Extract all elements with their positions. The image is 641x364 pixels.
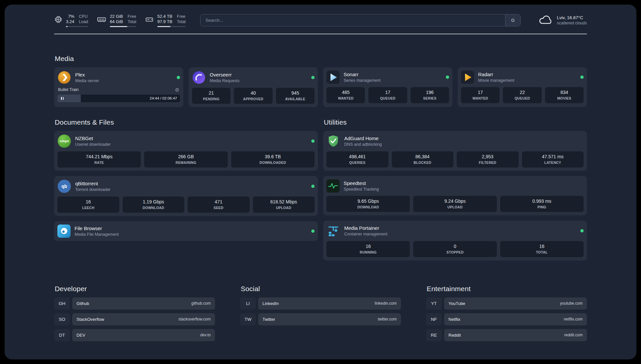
service-card-sonarr[interactable]: Sonarr Series management 485 WANTED 17 Q…: [323, 67, 452, 107]
service-name: qBittorrent: [75, 181, 110, 186]
service-description: Media Requests: [210, 78, 239, 83]
cpu-chip-icon: [54, 15, 63, 24]
weather-location-temp: Lviv, 16.87°C: [557, 15, 587, 20]
stat-label: UPLOAD: [254, 206, 314, 210]
stat-tile: 22 QUEUED: [503, 87, 541, 103]
service-card-speedtest[interactable]: Speedtest Speedtest Tracking 9.65 Gbps D…: [323, 176, 587, 215]
section-developer: Developer GH Github github.com SO StackO…: [54, 285, 215, 345]
bookmark-netflix[interactable]: NF Netflix netflix.com: [426, 313, 587, 325]
stat-label: QUEUED: [370, 96, 406, 100]
stat-value: 9.24 Gbps: [414, 198, 495, 204]
stat-label: PING: [502, 205, 582, 209]
bookmark-abbr: GH: [54, 297, 70, 310]
service-description: Movie management: [478, 78, 514, 83]
service-description: Speedtest Tracking: [344, 187, 379, 192]
bookmark-url: reddit.com: [564, 333, 583, 337]
service-name: File Browser: [75, 226, 119, 231]
stat-value: 39.6 TB: [232, 154, 313, 159]
stat-value: 498,461: [328, 154, 387, 159]
stat-label: SERIES: [412, 96, 448, 100]
stat-label: QUEUED: [504, 96, 540, 100]
stat-label: RUNNING: [328, 250, 409, 254]
cpu-load-label: Load: [79, 19, 88, 24]
stat-tile: 196 SERIES: [411, 87, 449, 103]
service-card-overseerr[interactable]: Overseerr Media Requests 21 PENDING 40 A…: [189, 67, 318, 107]
stat-tile: 618.52 Mbps UPLOAD: [253, 197, 315, 213]
stat-value: 485: [328, 90, 364, 95]
stat-label: BLOCKED: [393, 161, 452, 165]
service-card-plex[interactable]: Plex Media server Bullet Train ⚙: [54, 67, 183, 107]
stat-label: PENDING: [193, 97, 229, 101]
cpu-load: 3.24: [66, 19, 74, 24]
search-provider-button[interactable]: G: [505, 15, 520, 26]
stat-value: 21: [193, 90, 229, 96]
pause-button[interactable]: [57, 95, 67, 102]
bookmark-abbr: DT: [54, 329, 70, 341]
service-card-portainer[interactable]: Media Portainer Container management 16 …: [323, 221, 587, 260]
stat-tile: 16 TOTAL: [500, 241, 584, 257]
cpu-percent: 7%: [66, 14, 74, 19]
stat-label: REMAINING: [145, 161, 226, 165]
stat-label: DOWNLOAD: [124, 206, 183, 210]
service-card-adguard[interactable]: AdGuard Home DNS and adblocking 498,461 …: [323, 131, 587, 171]
memory-progress-bar: [110, 26, 136, 27]
bookmark-linkedin[interactable]: LI LinkedIn linkedin.com: [240, 297, 401, 310]
stat-value: 16: [328, 244, 409, 249]
bookmark-youtube[interactable]: YT YouTube youtube.com: [426, 297, 587, 310]
bookmark-name: StackOverflow: [76, 317, 104, 322]
bookmark-reddit[interactable]: RE Reddit reddit.com: [426, 329, 587, 341]
service-description: Media server: [75, 78, 99, 83]
cpu-label: CPU: [79, 14, 88, 19]
stat-tile: 47.571 ms LATENCY: [522, 151, 584, 167]
status-dot: [446, 76, 449, 79]
speedtest-pulse-icon: [326, 179, 340, 193]
service-description: Series management: [344, 78, 381, 83]
stat-value: 9.65 Gbps: [328, 198, 409, 204]
radarr-icon: [461, 71, 474, 84]
bookmark-name: Netflix: [448, 317, 460, 322]
stat-label: MOVIES: [546, 96, 582, 100]
sonarr-icon: [326, 71, 340, 84]
playback-progress-bar[interactable]: 24:44 / 02:06:47: [57, 95, 180, 102]
bookmark-stackoverflow[interactable]: SO StackOverflow stackoverflow.com: [54, 313, 215, 325]
disk-widget: 52.4 TB Free 97.9 TB Total: [145, 14, 186, 27]
bookmark-github[interactable]: GH Github github.com: [54, 297, 215, 310]
bookmark-url: linkedin.com: [375, 301, 397, 306]
stat-value: 471: [189, 199, 248, 204]
stat-value: 618.52 Mbps: [254, 199, 314, 204]
bookmark-abbr: NF: [426, 313, 442, 325]
service-card-radarr[interactable]: Radarr Movie management 17 WANTED 22 QUE…: [458, 67, 587, 107]
service-name: Radarr: [478, 72, 514, 77]
bookmark-abbr: TW: [240, 313, 256, 325]
entertainment-heading: Entertainment: [427, 285, 587, 293]
service-card-filebrowser[interactable]: File Browser Media File Management: [54, 221, 318, 241]
stat-value: 196: [412, 90, 448, 95]
stat-tile: 498,461 QUERIES: [326, 151, 388, 167]
bookmark-twitter[interactable]: TW Twitter twitter.com: [240, 313, 401, 325]
stat-tile: 471 SEED: [188, 197, 250, 213]
stat-value: 266 GB: [145, 154, 226, 159]
search-input[interactable]: [200, 15, 505, 26]
stat-value: 16: [502, 244, 582, 249]
bookmark-name: YouTube: [448, 301, 465, 306]
stat-value: 1.19 Gbps: [124, 199, 183, 204]
service-name: Overseerr: [210, 72, 239, 77]
section-social: Social LI LinkedIn linkedin.com TW Twitt…: [240, 285, 401, 345]
bookmark-name: LinkedIn: [262, 301, 279, 306]
stat-value: 40: [235, 90, 271, 96]
stat-tile: 945 AVAILABLE: [276, 88, 315, 104]
cpu-widget: 7% CPU 3.24 Load: [54, 14, 88, 27]
service-name: Sonarr: [344, 72, 381, 77]
disk-free-label: Free: [177, 14, 186, 19]
documents-heading: Documents & Files: [55, 118, 318, 126]
service-description: Media File Management: [75, 232, 119, 237]
bookmark-dev[interactable]: DT DEV dev.to: [54, 329, 215, 341]
service-card-nzbget[interactable]: nzbget NZBGet Usenet downloader 744.21 M…: [54, 131, 318, 171]
bookmark-abbr: RE: [426, 329, 442, 341]
gear-icon[interactable]: ⚙: [175, 87, 179, 92]
service-card-qbittorrent[interactable]: qb qBittorrent Torrent downloader 16: [54, 176, 318, 216]
stat-label: STOPPED: [414, 250, 495, 254]
stat-tile: 16 LEECH: [57, 197, 119, 213]
top-bar: 7% CPU 3.24 Load 22 GiB Fre: [54, 14, 587, 27]
search-bar: G: [200, 14, 521, 26]
